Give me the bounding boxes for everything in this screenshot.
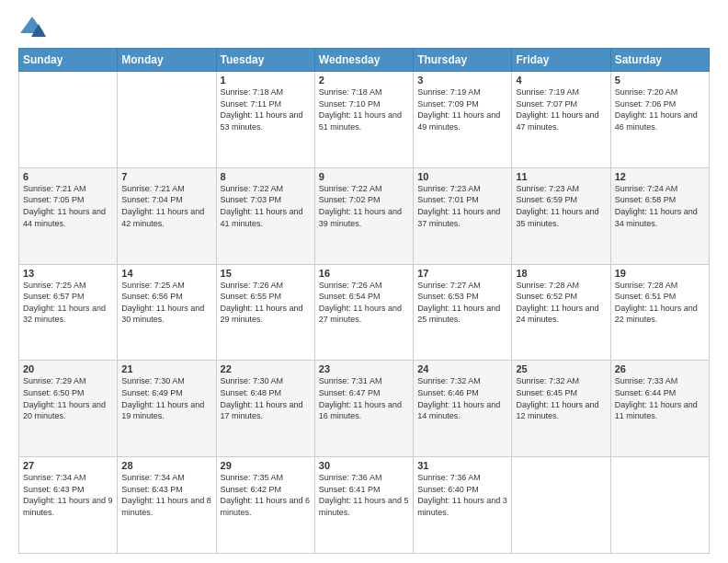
day-number: 7	[121, 171, 211, 182]
day-number: 29	[221, 460, 311, 471]
day-info: Sunrise: 7:22 AM Sunset: 7:03 PM Dayligh…	[221, 183, 311, 229]
calendar-cell: 6Sunrise: 7:21 AM Sunset: 7:05 PM Daylig…	[19, 167, 118, 264]
calendar-week-row: 1Sunrise: 7:18 AM Sunset: 7:11 PM Daylig…	[19, 72, 710, 168]
day-info: Sunrise: 7:28 AM Sunset: 6:52 PM Dayligh…	[516, 280, 606, 326]
day-number: 28	[121, 460, 211, 471]
logo-icon	[18, 15, 46, 40]
calendar-cell: 5Sunrise: 7:20 AM Sunset: 7:06 PM Daylig…	[610, 72, 709, 168]
calendar-cell: 12Sunrise: 7:24 AM Sunset: 6:58 PM Dayli…	[610, 167, 709, 264]
calendar-cell: 10Sunrise: 7:23 AM Sunset: 7:01 PM Dayli…	[414, 167, 512, 264]
day-info: Sunrise: 7:26 AM Sunset: 6:55 PM Dayligh…	[221, 280, 311, 326]
day-info: Sunrise: 7:33 AM Sunset: 6:44 PM Dayligh…	[615, 375, 705, 421]
day-number: 27	[23, 460, 113, 471]
day-info: Sunrise: 7:36 AM Sunset: 6:40 PM Dayligh…	[417, 472, 507, 518]
calendar-cell: 28Sunrise: 7:34 AM Sunset: 6:43 PM Dayli…	[118, 457, 216, 554]
day-number: 11	[516, 171, 606, 182]
weekday-header: Friday	[512, 49, 610, 72]
weekday-header: Monday	[118, 49, 216, 72]
day-info: Sunrise: 7:28 AM Sunset: 6:51 PM Dayligh…	[615, 280, 705, 326]
calendar-cell: 26Sunrise: 7:33 AM Sunset: 6:44 PM Dayli…	[610, 361, 709, 457]
calendar-cell: 7Sunrise: 7:21 AM Sunset: 7:04 PM Daylig…	[118, 167, 216, 264]
header	[18, 15, 710, 40]
weekday-header: Sunday	[19, 49, 118, 72]
day-info: Sunrise: 7:18 AM Sunset: 7:11 PM Dayligh…	[221, 86, 311, 132]
day-info: Sunrise: 7:32 AM Sunset: 6:46 PM Dayligh…	[417, 375, 507, 421]
day-number: 16	[319, 268, 409, 279]
weekday-header: Tuesday	[216, 49, 314, 72]
day-info: Sunrise: 7:31 AM Sunset: 6:47 PM Dayligh…	[319, 375, 409, 421]
day-number: 6	[23, 171, 113, 182]
day-info: Sunrise: 7:24 AM Sunset: 6:58 PM Dayligh…	[615, 183, 705, 229]
calendar-cell: 24Sunrise: 7:32 AM Sunset: 6:46 PM Dayli…	[414, 361, 512, 457]
calendar-cell: 27Sunrise: 7:34 AM Sunset: 6:43 PM Dayli…	[19, 457, 118, 554]
calendar-cell: 11Sunrise: 7:23 AM Sunset: 6:59 PM Dayli…	[512, 167, 610, 264]
day-number: 26	[615, 363, 705, 374]
day-number: 31	[417, 460, 507, 471]
day-number: 5	[615, 75, 705, 86]
calendar-cell: 29Sunrise: 7:35 AM Sunset: 6:42 PM Dayli…	[216, 457, 314, 554]
day-info: Sunrise: 7:30 AM Sunset: 6:49 PM Dayligh…	[121, 375, 211, 421]
day-number: 21	[121, 363, 211, 374]
day-number: 15	[221, 268, 311, 279]
day-info: Sunrise: 7:22 AM Sunset: 7:02 PM Dayligh…	[319, 183, 409, 229]
day-info: Sunrise: 7:25 AM Sunset: 6:57 PM Dayligh…	[23, 280, 113, 326]
day-number: 23	[319, 363, 409, 374]
calendar-week-row: 6Sunrise: 7:21 AM Sunset: 7:05 PM Daylig…	[19, 167, 710, 264]
calendar-cell: 18Sunrise: 7:28 AM Sunset: 6:52 PM Dayli…	[512, 264, 610, 361]
calendar-cell: 1Sunrise: 7:18 AM Sunset: 7:11 PM Daylig…	[216, 72, 314, 168]
day-info: Sunrise: 7:18 AM Sunset: 7:10 PM Dayligh…	[319, 86, 409, 132]
day-number: 3	[417, 75, 507, 86]
calendar-cell: 17Sunrise: 7:27 AM Sunset: 6:53 PM Dayli…	[414, 264, 512, 361]
calendar-cell	[19, 72, 118, 168]
calendar-week-row: 13Sunrise: 7:25 AM Sunset: 6:57 PM Dayli…	[19, 264, 710, 361]
day-number: 20	[23, 363, 113, 374]
day-number: 9	[319, 171, 409, 182]
calendar-cell: 9Sunrise: 7:22 AM Sunset: 7:02 PM Daylig…	[314, 167, 413, 264]
calendar-cell	[610, 457, 709, 554]
day-number: 19	[615, 268, 705, 279]
weekday-header: Wednesday	[314, 49, 413, 72]
day-number: 1	[221, 75, 311, 86]
calendar-cell: 15Sunrise: 7:26 AM Sunset: 6:55 PM Dayli…	[216, 264, 314, 361]
day-number: 10	[417, 171, 507, 182]
logo	[18, 15, 50, 40]
calendar-cell: 3Sunrise: 7:19 AM Sunset: 7:09 PM Daylig…	[414, 72, 512, 168]
day-info: Sunrise: 7:21 AM Sunset: 7:04 PM Dayligh…	[121, 183, 211, 229]
day-info: Sunrise: 7:30 AM Sunset: 6:48 PM Dayligh…	[221, 375, 311, 421]
day-info: Sunrise: 7:32 AM Sunset: 6:45 PM Dayligh…	[516, 375, 606, 421]
day-number: 14	[121, 268, 211, 279]
calendar-cell: 21Sunrise: 7:30 AM Sunset: 6:49 PM Dayli…	[118, 361, 216, 457]
calendar-cell: 23Sunrise: 7:31 AM Sunset: 6:47 PM Dayli…	[314, 361, 413, 457]
day-info: Sunrise: 7:34 AM Sunset: 6:43 PM Dayligh…	[121, 472, 211, 518]
day-number: 8	[221, 171, 311, 182]
day-number: 13	[23, 268, 113, 279]
calendar-cell: 22Sunrise: 7:30 AM Sunset: 6:48 PM Dayli…	[216, 361, 314, 457]
calendar-cell	[118, 72, 216, 168]
day-info: Sunrise: 7:34 AM Sunset: 6:43 PM Dayligh…	[23, 472, 113, 518]
calendar-cell: 8Sunrise: 7:22 AM Sunset: 7:03 PM Daylig…	[216, 167, 314, 264]
day-info: Sunrise: 7:23 AM Sunset: 6:59 PM Dayligh…	[516, 183, 606, 229]
day-number: 17	[417, 268, 507, 279]
calendar-cell: 19Sunrise: 7:28 AM Sunset: 6:51 PM Dayli…	[610, 264, 709, 361]
calendar-cell: 31Sunrise: 7:36 AM Sunset: 6:40 PM Dayli…	[414, 457, 512, 554]
calendar-cell: 13Sunrise: 7:25 AM Sunset: 6:57 PM Dayli…	[19, 264, 118, 361]
calendar-table: SundayMondayTuesdayWednesdayThursdayFrid…	[18, 48, 710, 554]
calendar-week-row: 20Sunrise: 7:29 AM Sunset: 6:50 PM Dayli…	[19, 361, 710, 457]
weekday-header-row: SundayMondayTuesdayWednesdayThursdayFrid…	[19, 49, 710, 72]
day-number: 4	[516, 75, 606, 86]
day-number: 24	[417, 363, 507, 374]
calendar-cell	[512, 457, 610, 554]
weekday-header: Saturday	[610, 49, 709, 72]
day-number: 25	[516, 363, 606, 374]
day-info: Sunrise: 7:25 AM Sunset: 6:56 PM Dayligh…	[121, 280, 211, 326]
calendar-cell: 25Sunrise: 7:32 AM Sunset: 6:45 PM Dayli…	[512, 361, 610, 457]
day-number: 2	[319, 75, 409, 86]
day-info: Sunrise: 7:26 AM Sunset: 6:54 PM Dayligh…	[319, 280, 409, 326]
day-info: Sunrise: 7:20 AM Sunset: 7:06 PM Dayligh…	[615, 86, 705, 132]
weekday-header: Thursday	[414, 49, 512, 72]
calendar-cell: 20Sunrise: 7:29 AM Sunset: 6:50 PM Dayli…	[19, 361, 118, 457]
calendar-cell: 4Sunrise: 7:19 AM Sunset: 7:07 PM Daylig…	[512, 72, 610, 168]
day-number: 12	[615, 171, 705, 182]
day-info: Sunrise: 7:21 AM Sunset: 7:05 PM Dayligh…	[23, 183, 113, 229]
page: SundayMondayTuesdayWednesdayThursdayFrid…	[0, 0, 728, 563]
